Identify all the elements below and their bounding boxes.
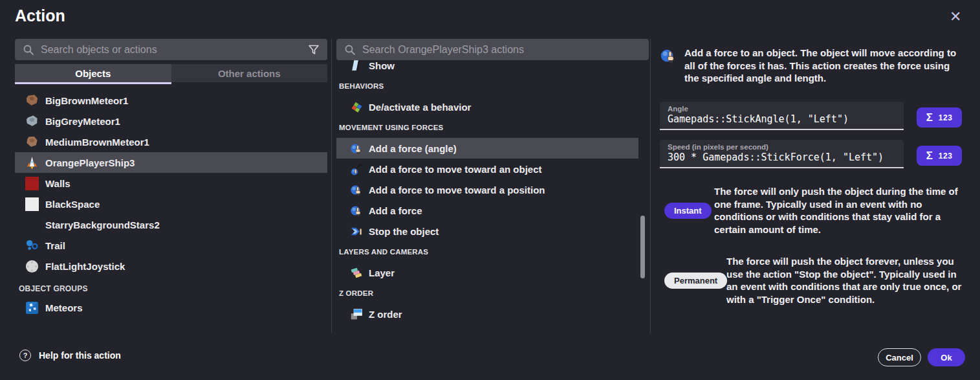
action-item-add-force[interactable]: Add a force xyxy=(336,200,638,221)
objects-search-bar xyxy=(15,39,327,60)
permanent-badge-col: Permanent xyxy=(660,273,726,289)
action-config-panel: Add a force to an object. The object wil… xyxy=(660,39,965,333)
force-icon xyxy=(349,141,364,156)
list-item-biggreymeteor1[interactable]: BigGreyMeteor1 xyxy=(15,111,327,131)
action-item-stop-object[interactable]: Stop the object xyxy=(336,221,638,241)
object-label: BigBrownMeteor1 xyxy=(45,95,128,106)
angle-field-row: Angle Gamepads::StickAngle(1, "Left") Σ … xyxy=(660,102,962,130)
action-description: Add a force to an object. The object wil… xyxy=(684,47,961,85)
white-square-icon xyxy=(24,196,40,212)
action-item-z-order[interactable]: Z order xyxy=(336,304,638,324)
help-label: Help for this action xyxy=(39,350,121,361)
action-label: Add a force to move toward an object xyxy=(369,164,542,175)
actions-panel: Show BEHAVIORS De/activate a behavior MO… xyxy=(336,39,649,333)
action-label: Stop the object xyxy=(369,226,439,237)
behavior-icon xyxy=(349,100,364,115)
tab-other-actions[interactable]: Other actions xyxy=(171,64,328,82)
object-label: Trail xyxy=(45,240,65,251)
section-header-behaviors: BEHAVIORS xyxy=(336,76,649,96)
list-item-bigbrownmeteor1[interactable]: BigBrownMeteor1 xyxy=(15,90,327,111)
dark-texture-icon xyxy=(24,217,40,233)
actions-list: Show BEHAVIORS De/activate a behavior MO… xyxy=(336,55,649,324)
section-header-movement-forces: MOVEMENT USING FORCES xyxy=(336,117,649,138)
red-square-icon xyxy=(24,175,40,192)
list-item-trail[interactable]: Trail xyxy=(15,235,327,256)
object-groups-header: OBJECT GROUPS xyxy=(19,284,327,293)
force-icon xyxy=(349,203,364,218)
panel-divider xyxy=(650,39,651,333)
force-toward-object-icon xyxy=(349,162,364,177)
object-label: OrangePlayerShip3 xyxy=(45,157,135,168)
tab-objects-label: Objects xyxy=(75,68,111,79)
help-icon: ? xyxy=(19,350,31,361)
angle-field[interactable]: Angle Gamepads::StickAngle(1, "Left") xyxy=(660,102,904,130)
expression-editor-button[interactable]: Σ 123 xyxy=(917,146,962,166)
section-header-layers-cameras: LAYERS AND CAMERAS xyxy=(336,241,649,262)
permanent-description: The force will push the object forever, … xyxy=(726,255,965,306)
action-item-force-toward-object[interactable]: Add a force to move toward an object xyxy=(336,159,638,179)
action-item-force-toward-position[interactable]: Add a force to move toward a position xyxy=(336,179,638,200)
panel-divider xyxy=(331,39,332,333)
search-icon xyxy=(23,44,34,56)
joystick-icon xyxy=(24,258,40,274)
stop-object-icon xyxy=(349,224,364,239)
action-label: Add a force (angle) xyxy=(369,143,457,154)
object-label: BlackSpace xyxy=(45,199,100,210)
permanent-badge[interactable]: Permanent xyxy=(664,273,727,289)
list-item-blackspace[interactable]: BlackSpace xyxy=(15,194,327,214)
sigma-icon: Σ xyxy=(926,111,933,124)
instant-badge-col: Instant xyxy=(660,203,714,219)
list-item-orangeplayership3[interactable]: OrangePlayerShip3 xyxy=(15,152,327,173)
expression-editor-button[interactable]: Σ 123 xyxy=(917,107,962,128)
action-label: Show xyxy=(369,60,395,71)
action-label: De/activate a behavior xyxy=(369,102,471,113)
sigma-icon: Σ xyxy=(926,150,933,162)
dialog-title: Action xyxy=(15,6,65,25)
instant-badge[interactable]: Instant xyxy=(664,203,712,219)
angle-field-value[interactable]: Gamepads::StickAngle(1, "Left") xyxy=(668,113,896,125)
object-tabs: Objects Other actions xyxy=(15,64,327,82)
list-item-starrybackgroundstars2[interactable]: StarryBackgroundStars2 xyxy=(15,214,327,235)
z-order-icon xyxy=(349,307,364,322)
object-label: FlatLightJoystick xyxy=(45,261,125,272)
action-item-layer[interactable]: Layer xyxy=(336,262,638,283)
angle-field-label: Angle xyxy=(668,105,896,113)
action-label: Layer xyxy=(369,267,395,278)
object-label: Meteors xyxy=(45,302,83,313)
list-item-meteors-group[interactable]: Meteors xyxy=(15,297,327,318)
layer-icon xyxy=(349,265,364,280)
action-dialog: Action ✕ Objects Other actions xyxy=(0,0,980,380)
speed-field-value[interactable]: 300 * Gamepads::StickForce(1, "Left") xyxy=(668,151,896,163)
tab-objects[interactable]: Objects xyxy=(15,64,171,82)
action-item-add-force-angle[interactable]: Add a force (angle) xyxy=(336,138,638,159)
speed-field[interactable]: Speed (in pixels per second) 300 * Gamep… xyxy=(660,140,904,168)
object-group-icon xyxy=(24,300,40,316)
close-icon[interactable]: ✕ xyxy=(946,7,965,27)
tab-other-actions-label: Other actions xyxy=(218,68,281,79)
force-icon xyxy=(349,183,364,197)
player-ship-icon xyxy=(24,155,40,171)
object-label: MediumBrownMeteor1 xyxy=(45,137,149,148)
meteor-brown-icon xyxy=(24,134,40,150)
action-label: Z order xyxy=(369,309,402,320)
objects-search-input[interactable] xyxy=(41,44,301,56)
object-label: StarryBackgroundStars2 xyxy=(45,219,160,230)
speed-field-label: Speed (in pixels per second) xyxy=(668,143,896,151)
instant-description: The force will only push the object duri… xyxy=(714,185,965,236)
instant-option-row: Instant The force will only push the obj… xyxy=(660,185,965,236)
actions-search-input[interactable] xyxy=(362,44,641,56)
action-label: Add a force xyxy=(369,205,422,216)
numbers-icon: 123 xyxy=(939,113,953,122)
action-item-deactivate-behavior[interactable]: De/activate a behavior xyxy=(336,96,638,117)
scrollbar-thumb[interactable] xyxy=(640,216,645,278)
list-item-flatlightjoystick[interactable]: FlatLightJoystick xyxy=(15,256,327,276)
list-item-mediumbrownmeteor1[interactable]: MediumBrownMeteor1 xyxy=(15,131,327,152)
list-item-walls[interactable]: Walls xyxy=(15,173,327,194)
ok-button[interactable]: Ok xyxy=(928,348,965,366)
actions-search-bar xyxy=(336,39,649,60)
speed-field-row: Speed (in pixels per second) 300 * Gamep… xyxy=(660,140,962,168)
filter-icon[interactable] xyxy=(308,44,320,56)
cancel-button[interactable]: Cancel xyxy=(878,348,921,366)
help-link[interactable]: ? Help for this action xyxy=(19,350,121,361)
action-description-block: Add a force to an object. The object wil… xyxy=(660,47,965,85)
